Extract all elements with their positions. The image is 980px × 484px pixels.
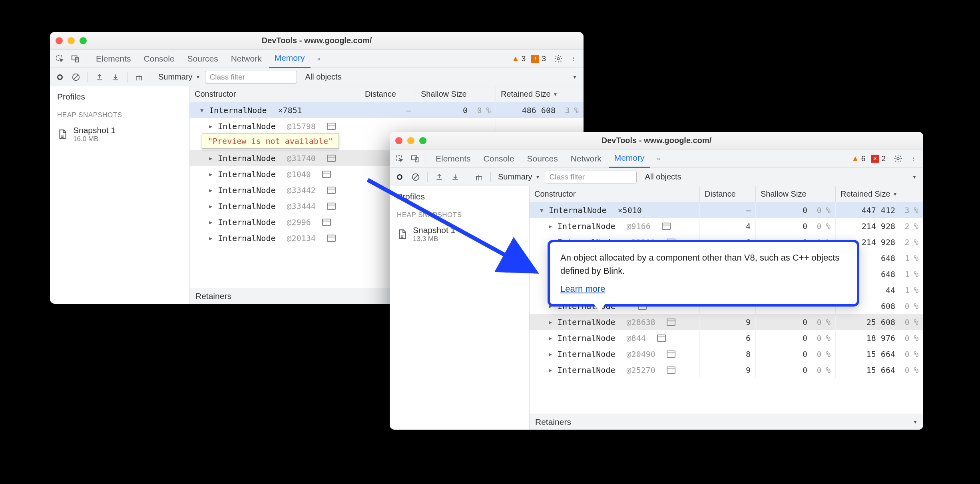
error-badge[interactable]: ×2	[871, 154, 886, 163]
snapshot-file-icon	[57, 129, 68, 139]
devtools-window-2: DevTools - www.google.com/ Elements Cons…	[390, 132, 923, 430]
retainers-panel[interactable]: Retainers▼	[530, 414, 923, 430]
clear-icon[interactable]	[69, 70, 83, 84]
snapshot-item[interactable]: Snapshot 1 16.0 MB	[50, 123, 189, 145]
window-icon	[322, 171, 331, 178]
more-tabs-icon[interactable]: »	[312, 52, 326, 66]
chevron-down-icon[interactable]: ▼	[912, 174, 917, 180]
view-mode-select[interactable]: Summary▼	[496, 172, 542, 181]
window-icon	[327, 155, 336, 162]
window-title: DevTools - www.google.com/	[390, 136, 923, 145]
kebab-menu-icon[interactable]: ⋮	[906, 152, 920, 165]
col-distance[interactable]: Distance	[699, 186, 755, 202]
error-badge[interactable]: !3	[531, 54, 546, 63]
warning-badge[interactable]: ▲6	[852, 154, 865, 163]
devtools-tabstrip: Elements Console Sources Network Memory …	[390, 149, 923, 168]
tab-elements[interactable]: Elements	[430, 149, 476, 168]
export-icon[interactable]	[432, 170, 446, 184]
class-filter-input[interactable]: Class filter	[205, 71, 297, 84]
instance-row[interactable]: ▶InternalNode @844 600 %18 9760 %	[530, 330, 923, 346]
col-shallow[interactable]: Shallow Size	[755, 186, 835, 202]
popover-text: An object allocated by a component other…	[560, 251, 847, 277]
class-filter-input[interactable]: Class filter	[545, 171, 637, 183]
tab-memory[interactable]: Memory	[609, 149, 650, 168]
record-icon[interactable]	[53, 70, 67, 84]
record-icon[interactable]	[393, 170, 406, 184]
minimize-icon[interactable]	[407, 137, 414, 144]
device-toggle-icon[interactable]	[408, 152, 422, 165]
view-mode-select[interactable]: Summary▼	[156, 72, 203, 82]
devtools-tabstrip: Elements Console Sources Network Memory …	[50, 50, 584, 68]
tab-sources[interactable]: Sources	[182, 50, 224, 68]
svg-point-3	[557, 58, 560, 60]
window-icon	[662, 223, 671, 230]
instance-row[interactable]: ▶InternalNode @9166 400 %214 9282 %	[530, 218, 923, 234]
profiles-heading: Profiles	[50, 86, 189, 107]
instance-row[interactable]: ▶InternalNode @28638 900 %25 6080 %	[530, 314, 923, 330]
col-retained[interactable]: Retained Size▼	[835, 186, 923, 202]
import-icon[interactable]	[448, 170, 462, 184]
heap-snapshots-category: HEAP SNAPSHOTS	[50, 107, 189, 123]
collect-garbage-icon[interactable]	[472, 170, 486, 184]
window-title: DevTools - www.google.com/	[50, 36, 584, 45]
col-shallow[interactable]: Shallow Size	[416, 86, 496, 102]
snapshot-name: Snapshot 1	[413, 225, 455, 235]
inspect-icon[interactable]	[53, 52, 67, 66]
profiles-heading: Profiles	[390, 186, 529, 207]
instance-row[interactable]: ▶InternalNode @20490 800 %15 6640 %	[530, 346, 923, 362]
window-icon	[657, 335, 666, 342]
settings-icon[interactable]	[552, 52, 565, 66]
constructor-row[interactable]: ▼InternalNode ×7851 – 00 % 486 6083 %	[190, 102, 584, 118]
inspect-icon[interactable]	[393, 152, 406, 165]
maximize-icon[interactable]	[419, 137, 426, 144]
tab-elements[interactable]: Elements	[90, 50, 137, 68]
export-icon[interactable]	[93, 70, 106, 84]
col-constructor[interactable]: Constructor	[190, 86, 360, 102]
close-icon[interactable]	[395, 137, 402, 144]
tab-sources[interactable]: Sources	[522, 149, 564, 168]
collect-garbage-icon[interactable]	[132, 70, 146, 84]
close-icon[interactable]	[56, 37, 63, 44]
preview-tooltip: "Preview is not available"	[202, 133, 339, 149]
window-icon	[667, 366, 675, 374]
tab-network[interactable]: Network	[225, 50, 267, 68]
tab-console[interactable]: Console	[138, 50, 180, 68]
heap-snapshots-category: HEAP SNAPSHOTS	[390, 207, 529, 223]
warning-badge[interactable]: ▲3	[512, 54, 526, 63]
minimize-icon[interactable]	[68, 37, 75, 44]
memory-toolbar: Summary▼ Class filter All objects ▼	[390, 168, 923, 186]
clear-icon[interactable]	[409, 170, 422, 184]
scope-select[interactable]: All objects	[305, 72, 570, 82]
tab-console[interactable]: Console	[478, 149, 520, 168]
constructor-row[interactable]: ▼InternalNode ×5010 – 00 % 447 4123 %	[530, 202, 923, 218]
snapshot-item[interactable]: Snapshot 1 13.3 MB	[390, 223, 529, 245]
more-tabs-icon[interactable]: »	[652, 152, 665, 165]
kebab-menu-icon[interactable]: ⋮	[567, 52, 580, 66]
window-icon	[327, 123, 336, 130]
chevron-down-icon[interactable]: ▼	[572, 74, 577, 80]
scope-select[interactable]: All objects	[645, 172, 910, 181]
window-icon	[667, 351, 675, 358]
snapshot-size: 13.3 MB	[413, 235, 455, 243]
learn-more-link[interactable]: Learn more	[560, 284, 606, 294]
window-icon	[327, 203, 336, 210]
window-icon	[327, 235, 336, 242]
col-retained[interactable]: Retained Size▼	[496, 86, 584, 102]
snapshot-name: Snapshot 1	[73, 125, 116, 135]
snapshot-file-icon	[397, 229, 407, 239]
import-icon[interactable]	[109, 70, 122, 84]
tab-network[interactable]: Network	[565, 149, 607, 168]
device-toggle-icon[interactable]	[68, 52, 82, 66]
settings-icon[interactable]	[891, 152, 905, 165]
titlebar[interactable]: DevTools - www.google.com/	[50, 32, 584, 50]
svg-point-8	[897, 157, 899, 160]
col-constructor[interactable]: Constructor	[530, 186, 699, 202]
profiles-sidebar: Profiles HEAP SNAPSHOTS Snapshot 1 16.0 …	[50, 86, 190, 304]
maximize-icon[interactable]	[80, 37, 87, 44]
instance-row[interactable]: ▶InternalNode @25270 900 %15 6640 %	[530, 362, 923, 378]
heap-grid: Constructor Distance Shallow Size Retain…	[530, 186, 923, 430]
tab-memory[interactable]: Memory	[269, 50, 311, 68]
col-distance[interactable]: Distance	[360, 86, 416, 102]
profiles-sidebar: Profiles HEAP SNAPSHOTS Snapshot 1 13.3 …	[390, 186, 530, 430]
titlebar[interactable]: DevTools - www.google.com/	[390, 132, 923, 149]
